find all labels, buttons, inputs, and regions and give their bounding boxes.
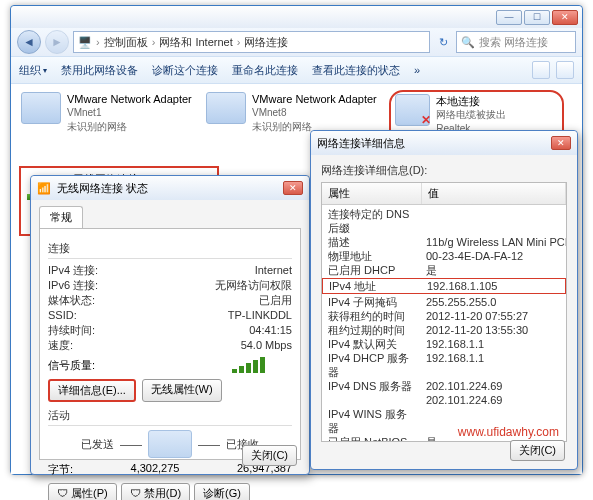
wireless-props-button[interactable]: 无线属性(W) xyxy=(142,379,222,402)
signal-bars xyxy=(232,357,292,373)
help-icon[interactable] xyxy=(556,61,574,79)
adapter-sub1: VMnet8 xyxy=(252,106,377,120)
property-cell: 连接特定的 DNS 后缀 xyxy=(322,207,422,235)
property-cell: 物理地址 xyxy=(322,249,422,263)
value-cell: 255.255.255.0 xyxy=(422,295,566,309)
property-cell: IPv4 DNS 服务器 xyxy=(322,379,422,393)
property-cell: IPv4 子网掩码 xyxy=(322,295,422,309)
table-row[interactable]: 已启用 DHCP是 xyxy=(322,263,566,277)
tb-more[interactable]: » xyxy=(414,64,420,76)
media-value: 已启用 xyxy=(259,293,292,308)
table-row[interactable]: 连接特定的 DNS 后缀 xyxy=(322,207,566,235)
tb-organize[interactable]: 组织▾ xyxy=(19,63,47,78)
toolbar: 组织▾ 禁用此网络设备 诊断这个连接 重命名此连接 查看此连接的状态 » xyxy=(11,56,582,84)
table-row[interactable]: IPv4 默认网关192.168.1.1 xyxy=(322,337,566,351)
value-cell: 是 xyxy=(422,263,566,277)
dialog-title: 无线网络连接 状态 xyxy=(57,181,148,196)
tb-diagnose[interactable]: 诊断这个连接 xyxy=(152,63,218,78)
signal-label: 信号质量: xyxy=(48,358,95,373)
table-row[interactable]: IPv4 DHCP 服务器192.168.1.1 xyxy=(322,351,566,379)
details-button[interactable]: 详细信息(E)... xyxy=(48,379,136,402)
bc-root[interactable]: 控制面板 xyxy=(104,35,148,50)
tab-body: 连接 IPv4 连接:Internet IPv6 连接:无网络访问权限 媒体状态… xyxy=(39,228,301,460)
close-button[interactable]: 关闭(C) xyxy=(510,440,565,461)
table-row[interactable]: 202.101.224.69 xyxy=(322,393,566,407)
property-cell: IPv4 WINS 服务器 xyxy=(322,407,422,435)
search-placeholder: 搜索 网络连接 xyxy=(479,35,548,50)
bc-l2[interactable]: 网络连接 xyxy=(244,35,288,50)
duration-label: 持续时间: xyxy=(48,323,95,338)
adapter-sub1: 网络电缆被拔出 xyxy=(436,108,558,122)
ssid-value: TP-LINKDDL xyxy=(228,308,292,323)
details-table: 属性 值 连接特定的 DNS 后缀描述11b/g Wireless LAN Mi… xyxy=(321,182,567,442)
property-cell: 描述 xyxy=(322,235,422,249)
dialog-titlebar: 网络连接详细信息 ✕ xyxy=(311,131,577,155)
value-cell: 2012-11-20 13:55:30 xyxy=(422,323,566,337)
tb-disable[interactable]: 禁用此网络设备 xyxy=(61,63,138,78)
table-row[interactable]: 获得租约的时间2012-11-20 07:55:27 xyxy=(322,309,566,323)
table-row[interactable]: 物理地址00-23-4E-DA-FA-12 xyxy=(322,249,566,263)
value-cell: 00-23-4E-DA-FA-12 xyxy=(422,249,566,263)
properties-button[interactable]: 🛡 属性(P) xyxy=(48,483,117,500)
adapter-icon xyxy=(21,92,61,124)
table-row[interactable]: IPv4 DNS 服务器202.101.224.69 xyxy=(322,379,566,393)
tb-status[interactable]: 查看此连接的状态 xyxy=(312,63,400,78)
media-label: 媒体状态: xyxy=(48,293,95,308)
duration-value: 04:41:15 xyxy=(249,323,292,338)
table-row[interactable]: IPv4 地址192.168.1.105 xyxy=(322,278,566,294)
value-cell: 192.168.1.1 xyxy=(422,337,566,351)
minimize-button[interactable]: — xyxy=(496,10,522,25)
adapter-name: 本地连接 xyxy=(436,94,558,108)
ipv6-value: 无网络访问权限 xyxy=(215,278,292,293)
breadcrumb[interactable]: 🖥️ › 控制面板 › 网络和 Internet › 网络连接 xyxy=(73,31,430,53)
value-cell: 202.101.224.69 xyxy=(422,393,566,407)
speed-label: 速度: xyxy=(48,338,73,353)
forward-button[interactable]: ► xyxy=(45,30,69,54)
adapter-vmnet1[interactable]: VMware Network Adapter VMnet1 未识别的网络 xyxy=(19,90,194,154)
table-row[interactable]: 描述11b/g Wireless LAN Mini PCI Ex xyxy=(322,235,566,249)
adapter-name: VMware Network Adapter xyxy=(252,92,377,106)
bc-icon: 🖥️ xyxy=(78,36,92,49)
value-cell: 2012-11-20 07:55:27 xyxy=(422,309,566,323)
disable-button[interactable]: 🛡 禁用(D) xyxy=(121,483,190,500)
adapter-icon xyxy=(206,92,246,124)
refresh-icon[interactable]: ↻ xyxy=(434,33,452,51)
close-button[interactable]: ✕ xyxy=(551,136,571,150)
section-activity: 活动 xyxy=(48,408,292,423)
titlebar: — ☐ ✕ xyxy=(11,6,582,28)
value-cell: 192.168.1.1 xyxy=(422,351,566,379)
hdr-property[interactable]: 属性 xyxy=(322,183,422,204)
back-button[interactable]: ◄ xyxy=(17,30,41,54)
bc-l1[interactable]: 网络和 Internet xyxy=(159,35,232,50)
diagnose-button[interactable]: 诊断(G) xyxy=(194,483,250,500)
adapter-name: VMware Network Adapter xyxy=(67,92,192,106)
close-button[interactable]: ✕ xyxy=(552,10,578,25)
search-input[interactable]: 🔍 搜索 网络连接 xyxy=(456,31,576,53)
tab-general[interactable]: 常规 xyxy=(39,206,83,228)
property-cell: 已启用 NetBIOS ove... xyxy=(322,435,422,442)
tb-rename[interactable]: 重命名此连接 xyxy=(232,63,298,78)
adapter-sub2: 未识别的网络 xyxy=(67,120,192,134)
ipv4-value: Internet xyxy=(255,263,292,278)
dialog-titlebar: 📶 无线网络连接 状态 ✕ xyxy=(31,176,309,200)
property-cell: 租约过期的时间 xyxy=(322,323,422,337)
dialog-title: 网络连接详细信息 xyxy=(317,136,405,151)
adapter-sub1: VMnet1 xyxy=(67,106,192,120)
table-row[interactable]: IPv4 子网掩码255.255.255.0 xyxy=(322,295,566,309)
search-icon: 🔍 xyxy=(461,36,475,49)
hdr-value[interactable]: 值 xyxy=(422,183,566,204)
table-row[interactable]: 租约过期的时间2012-11-20 13:55:30 xyxy=(322,323,566,337)
property-cell: 已启用 DHCP xyxy=(322,263,422,277)
watermark: www.ufidawhy.com xyxy=(458,425,559,439)
view-icon[interactable] xyxy=(532,61,550,79)
maximize-button[interactable]: ☐ xyxy=(524,10,550,25)
close-button[interactable]: 关闭(C) xyxy=(242,445,297,466)
speed-value: 54.0 Mbps xyxy=(241,338,292,353)
property-cell: 获得租约的时间 xyxy=(322,309,422,323)
ssid-label: SSID: xyxy=(48,308,77,323)
ipv4-label: IPv4 连接: xyxy=(48,263,98,278)
value-cell: 192.168.1.105 xyxy=(423,279,565,293)
sent-value: 4,302,275 xyxy=(131,462,180,477)
value-cell: 11b/g Wireless LAN Mini PCI Ex xyxy=(422,235,566,249)
close-button[interactable]: ✕ xyxy=(283,181,303,195)
